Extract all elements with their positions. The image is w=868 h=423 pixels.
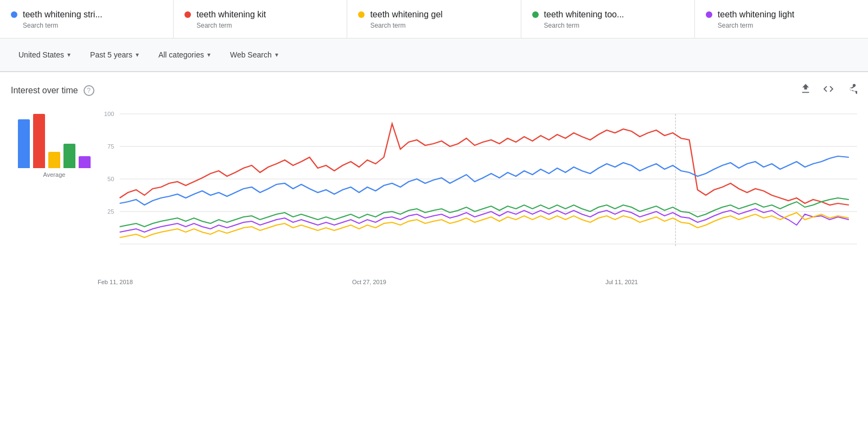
line-gel (120, 213, 849, 238)
svg-text:25: 25 (107, 208, 114, 215)
line-strips (120, 156, 849, 205)
chart-container: Average 100 75 50 25 (11, 103, 857, 285)
embed-button[interactable] (822, 83, 834, 98)
x-label-2: Oct 27, 2019 (352, 279, 386, 285)
search-term-light[interactable]: teeth whitening light Search term (695, 0, 868, 38)
filter-location[interactable]: United States ▾ (11, 46, 78, 63)
term-label-toothpaste: teeth whitening too... (544, 10, 624, 20)
line-chart-area: 100 75 50 25 Feb 11, 2018 (98, 103, 857, 285)
search-terms-bar: teeth whitening stri... Search term teet… (0, 0, 868, 39)
term-label-strips: teeth whitening stri... (23, 10, 103, 20)
filter-type[interactable]: Web Search ▾ (222, 46, 286, 63)
chart-title: Interest over time (11, 86, 78, 95)
chevron-down-icon-location: ▾ (67, 51, 71, 59)
line-light (120, 209, 849, 232)
term-subtitle-light: Search term (706, 22, 857, 29)
term-subtitle-gel: Search term (358, 22, 509, 29)
bar-strips (18, 119, 30, 168)
bar-kit (33, 114, 45, 168)
dot-gel (358, 11, 365, 18)
term-label-light: teeth whitening light (718, 10, 794, 20)
svg-text:75: 75 (107, 143, 114, 150)
share-button[interactable] (845, 83, 857, 98)
svg-text:100: 100 (104, 111, 114, 117)
filter-time-label: Past 5 years (90, 50, 132, 59)
filter-category[interactable]: All categories ▾ (151, 46, 218, 63)
download-button[interactable] (800, 83, 812, 98)
filter-category-label: All categories (158, 50, 204, 59)
bar-gel (48, 152, 60, 168)
search-term-gel[interactable]: teeth whitening gel Search term (347, 0, 521, 38)
x-axis-labels: Feb 11, 2018 Oct 27, 2019 Jul 11, 2021 (98, 277, 857, 285)
term-label-kit: teeth whitening kit (196, 10, 266, 20)
chevron-down-icon-category: ▾ (207, 51, 210, 59)
search-term-title-kit: teeth whitening kit (184, 10, 336, 20)
term-subtitle-strips: Search term (11, 22, 162, 29)
line-toothpaste (120, 198, 849, 227)
chart-header: Interest over time ? (11, 83, 857, 98)
dot-toothpaste (532, 11, 539, 18)
filter-bar: United States ▾ Past 5 years ▾ All categ… (0, 39, 868, 72)
chevron-down-icon-type: ▾ (275, 51, 278, 59)
help-icon[interactable]: ? (84, 85, 94, 96)
average-label: Average (43, 171, 66, 178)
term-subtitle-toothpaste: Search term (532, 22, 684, 29)
x-label-1: Feb 11, 2018 (98, 279, 133, 285)
bar-toothpaste (63, 144, 75, 168)
term-label-gel: teeth whitening gel (370, 10, 442, 20)
filter-time[interactable]: Past 5 years ▾ (82, 46, 146, 63)
search-term-toothpaste[interactable]: teeth whitening too... Search term (521, 0, 695, 38)
term-subtitle-kit: Search term (184, 22, 336, 29)
dot-light (706, 11, 712, 18)
chart-section: Interest over time ? Average (0, 72, 868, 291)
average-bar-chart: Average (11, 103, 98, 285)
search-term-title-gel: teeth whitening gel (358, 10, 509, 20)
search-term-title-toothpaste: teeth whitening too... (532, 10, 684, 20)
chart-title-area: Interest over time ? (11, 85, 94, 96)
filter-type-label: Web Search (230, 50, 272, 59)
search-term-title-light: teeth whitening light (706, 10, 857, 20)
line-kit (120, 124, 849, 205)
filter-location-label: United States (18, 50, 64, 59)
bar-chart-bars (18, 103, 91, 168)
bar-light (79, 156, 91, 168)
chart-actions (800, 83, 857, 98)
line-chart-svg: 100 75 50 25 (98, 103, 857, 277)
dot-kit (184, 11, 191, 18)
dot-strips (11, 11, 17, 18)
search-term-kit[interactable]: teeth whitening kit Search term (174, 0, 347, 38)
svg-text:50: 50 (107, 176, 114, 182)
x-label-3: Jul 11, 2021 (605, 279, 638, 285)
search-term-title-strips: teeth whitening stri... (11, 10, 162, 20)
chevron-down-icon-time: ▾ (136, 51, 139, 59)
search-term-strips[interactable]: teeth whitening stri... Search term (0, 0, 174, 38)
